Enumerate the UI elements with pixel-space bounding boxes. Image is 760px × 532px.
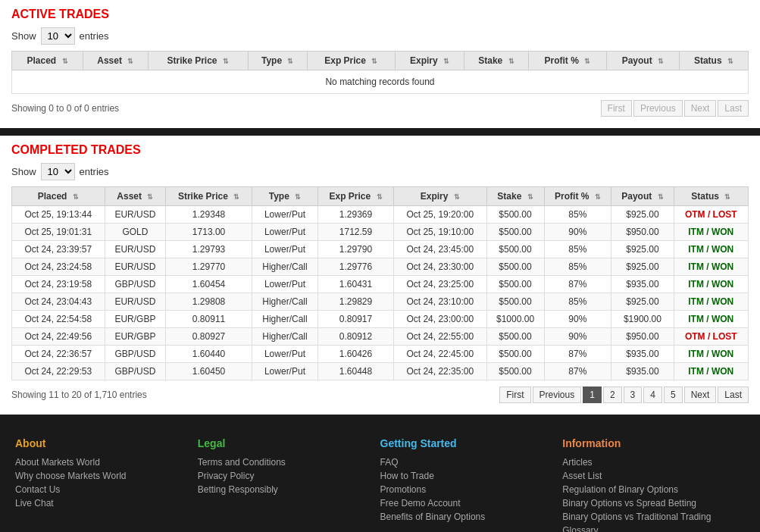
active-trades-controls: Show 10 25 50 entries	[11, 27, 749, 45]
completed-last-btn[interactable]: Last	[718, 386, 749, 403]
cell-stake: $500.00	[486, 224, 544, 241]
cell-profit: 90%	[544, 224, 611, 241]
footer-getting-link-0[interactable]: FAQ	[380, 457, 548, 468]
footer-about-link-1[interactable]: Why choose Markets World	[15, 471, 183, 481]
page-1[interactable]: 1	[583, 386, 602, 403]
active-trades-header-row: Placed ⇅ Asset ⇅ Strike Price ⇅ Type ⇅ E…	[12, 52, 749, 70]
cell-status: ITM / WON	[674, 241, 748, 258]
col-placed[interactable]: Placed ⇅	[12, 52, 83, 70]
completed-show-label: Show	[11, 166, 36, 177]
cell-placed: Oct 25, 19:01:31	[12, 224, 105, 241]
footer-getting-link-1[interactable]: How to Trade	[380, 471, 548, 481]
col-asset[interactable]: Asset ⇅	[83, 52, 148, 70]
footer-legal-link-1[interactable]: Privacy Policy	[198, 471, 365, 481]
footer: About About Markets World Why choose Mar…	[0, 422, 760, 532]
cell-asset: EUR/USD	[105, 258, 166, 276]
active-last-btn[interactable]: Last	[718, 100, 749, 117]
cell-status: ITM / WON	[674, 311, 748, 328]
no-records-row: No matching records found	[12, 70, 749, 94]
completed-first-btn[interactable]: First	[499, 386, 530, 403]
active-next-btn[interactable]: Next	[684, 100, 717, 117]
completed-next-btn[interactable]: Next	[684, 386, 717, 403]
cell-expiry: Oct 24, 22:35:00	[394, 363, 487, 380]
cell-expiry: Oct 24, 22:55:00	[394, 328, 487, 346]
col-strike-price[interactable]: Strike Price ⇅	[148, 52, 248, 70]
comp-col-stake[interactable]: Stake ⇅	[486, 187, 544, 206]
active-entries-select[interactable]: 10 25 50	[41, 27, 75, 45]
cell-status: OTM / LOST	[674, 206, 748, 224]
cell-exp-price: 1.29829	[318, 293, 394, 311]
footer-info-link-5[interactable]: Glossary	[562, 525, 730, 532]
cell-payout: $950.00	[611, 224, 674, 241]
completed-previous-btn[interactable]: Previous	[533, 386, 582, 403]
cell-profit: 85%	[544, 258, 611, 276]
col-profit-pct[interactable]: Profit % ⇅	[528, 52, 606, 70]
col-payout[interactable]: Payout ⇅	[606, 52, 679, 70]
comp-col-profit[interactable]: Profit % ⇅	[544, 187, 611, 206]
page-3[interactable]: 3	[624, 386, 643, 403]
comp-col-exp-price[interactable]: Exp Price ⇅	[318, 187, 394, 206]
cell-expiry: Oct 25, 19:10:00	[394, 224, 487, 241]
cell-strike: 1.29348	[166, 206, 252, 224]
col-exp-price[interactable]: Exp Price ⇅	[307, 52, 395, 70]
cell-stake: $500.00	[486, 241, 544, 258]
cell-profit: 87%	[544, 276, 611, 293]
active-previous-btn[interactable]: Previous	[633, 100, 683, 117]
comp-col-payout[interactable]: Payout ⇅	[611, 187, 674, 206]
comp-col-asset[interactable]: Asset ⇅	[105, 187, 166, 206]
cell-strike: 1.60450	[166, 363, 252, 380]
footer-info-link-2[interactable]: Regulation of Binary Options	[562, 484, 730, 495]
comp-col-type[interactable]: Type ⇅	[252, 187, 317, 206]
table-row: Oct 24, 23:19:58 GBP/USD 1.60454 Lower/P…	[12, 276, 749, 293]
col-status[interactable]: Status ⇅	[679, 52, 748, 70]
table-row: Oct 25, 19:01:31 GOLD 1713.00 Lower/Put …	[12, 224, 749, 241]
col-stake[interactable]: Stake ⇅	[464, 52, 529, 70]
cell-profit: 85%	[544, 206, 611, 224]
cell-expiry: Oct 24, 22:45:00	[394, 346, 487, 363]
footer-info-link-4[interactable]: Binary Options vs Traditional Trading	[562, 512, 730, 522]
footer-about-link-0[interactable]: About Markets World	[15, 457, 183, 468]
footer-getting-link-2[interactable]: Promotions	[380, 484, 548, 495]
footer-getting-link-3[interactable]: Free Demo Account	[380, 498, 548, 509]
footer-getting-link-4[interactable]: Benefits of Binary Options	[380, 512, 548, 522]
footer-info-link-1[interactable]: Asset List	[562, 471, 730, 481]
cell-asset: EUR/USD	[105, 206, 166, 224]
cell-profit: 87%	[544, 363, 611, 380]
cell-exp-price: 0.80917	[318, 311, 394, 328]
active-first-btn[interactable]: First	[601, 100, 632, 117]
active-entries-label: entries	[80, 30, 109, 42]
col-type[interactable]: Type ⇅	[248, 52, 307, 70]
footer-about-link-3[interactable]: Live Chat	[15, 498, 183, 509]
completed-trades-table: Placed ⇅ Asset ⇅ Strike Price ⇅ Type ⇅ E…	[11, 186, 749, 380]
cell-placed: Oct 25, 19:13:44	[12, 206, 105, 224]
page-2[interactable]: 2	[603, 386, 622, 403]
cell-stake: $500.00	[486, 206, 544, 224]
cell-placed: Oct 24, 23:24:58	[12, 258, 105, 276]
footer-legal-link-2[interactable]: Betting Responsibly	[198, 484, 365, 495]
completed-pagination-row: Showing 11 to 20 of 1,710 entries First …	[11, 386, 749, 403]
comp-col-strike-price[interactable]: Strike Price ⇅	[166, 187, 252, 206]
comp-col-status[interactable]: Status ⇅	[674, 187, 748, 206]
footer-about-link-2[interactable]: Contact Us	[15, 484, 183, 495]
footer-info-link-0[interactable]: Articles	[562, 457, 730, 468]
cell-status: ITM / WON	[674, 224, 748, 241]
cell-asset: EUR/USD	[105, 241, 166, 258]
cell-expiry: Oct 24, 23:25:00	[394, 276, 487, 293]
cell-placed: Oct 24, 23:19:58	[12, 276, 105, 293]
cell-exp-price: 1.29776	[318, 258, 394, 276]
cell-payout: $925.00	[611, 206, 674, 224]
comp-col-placed[interactable]: Placed ⇅	[12, 187, 105, 206]
footer-legal-link-0[interactable]: Terms and Conditions	[198, 457, 365, 468]
completed-entries-select[interactable]: 10 25 50	[41, 163, 75, 180]
cell-placed: Oct 24, 23:04:43	[12, 293, 105, 311]
page-5[interactable]: 5	[664, 386, 683, 403]
footer-info-link-3[interactable]: Binary Options vs Spread Betting	[562, 498, 730, 509]
cell-strike: 0.80911	[166, 311, 252, 328]
col-expiry[interactable]: Expiry ⇅	[395, 52, 464, 70]
active-trades-title: ACTIVE TRADES	[11, 8, 749, 21]
cell-placed: Oct 24, 22:29:53	[12, 363, 105, 380]
page-4[interactable]: 4	[643, 386, 662, 403]
cell-strike: 1713.00	[166, 224, 252, 241]
comp-col-expiry[interactable]: Expiry ⇅	[394, 187, 487, 206]
cell-profit: 87%	[544, 346, 611, 363]
